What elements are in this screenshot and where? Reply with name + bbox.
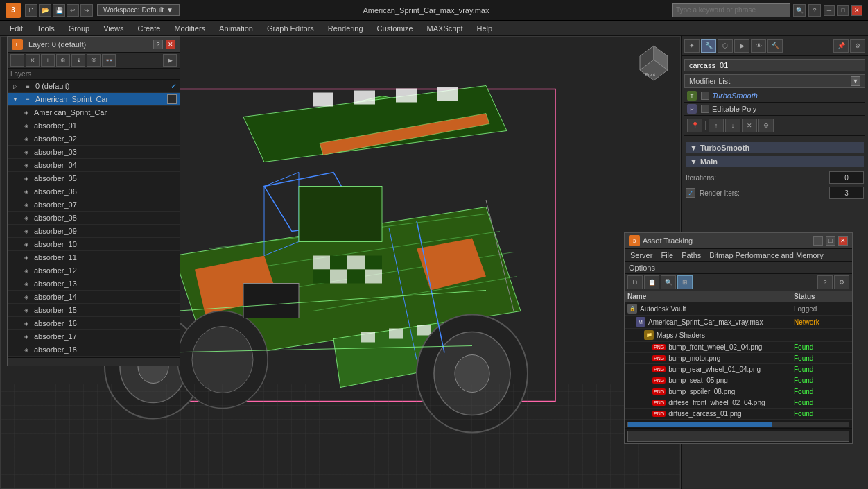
layer-item[interactable]: ◈ absorber_13 [8, 277, 180, 291]
display-icon[interactable]: 👁 [751, 39, 766, 53]
layer-hide-button[interactable]: 👁 [87, 54, 101, 67]
utilities-icon[interactable]: 🔨 [767, 39, 783, 53]
at-close-button[interactable]: ✕ [838, 236, 848, 246]
viewport-cube[interactable]: Front [633, 42, 675, 84]
modifier-poly-checkbox[interactable] [701, 105, 709, 113]
at-btn-5[interactable]: ? [817, 275, 833, 289]
menu-animation[interactable]: Animation [212, 23, 260, 34]
menu-create[interactable]: Create [130, 23, 167, 34]
undo-icon[interactable]: ↩ [67, 4, 79, 17]
open-file-icon[interactable]: 📂 [39, 4, 51, 17]
layer-item[interactable]: ◈ absorber_12 [8, 264, 180, 277]
menu-help[interactable]: Help [470, 23, 500, 34]
layer-item[interactable]: ◈ absorber_05 [8, 172, 180, 185]
modifier-editpoly[interactable]: P Editable Poly [684, 103, 865, 116]
layer-item[interactable]: ◈ absorber_01 [8, 119, 180, 132]
render-iters-input[interactable] [829, 187, 864, 199]
layer-help-button[interactable]: ? [153, 40, 163, 49]
menu-customize[interactable]: Customize [370, 23, 420, 34]
layer-item[interactable]: ◈ absorber_06 [8, 185, 180, 198]
layer-add-button[interactable]: + [41, 54, 55, 67]
modify-icon[interactable]: 🔧 [701, 39, 716, 53]
modifier-list-dropdown[interactable]: ▼ [851, 76, 860, 86]
layer-delete-button[interactable]: ✕ [26, 54, 40, 67]
modifier-turbsmooth[interactable]: T TurboSmooth [684, 89, 865, 103]
mod-delete-button[interactable]: ✕ [742, 119, 757, 132]
at-row-maxfile[interactable]: M American_Sprint_Car_max_vray.max Netwo… [625, 316, 852, 329]
at-maximize-button[interactable]: □ [826, 236, 835, 246]
layer-item[interactable]: ◈ absorber_02 [8, 132, 180, 146]
config-icon[interactable]: ⚙ [850, 39, 865, 53]
at-menu-server[interactable]: Server [627, 250, 655, 260]
layer-scrollbar[interactable] [8, 357, 180, 366]
layer-item[interactable]: ◈ absorber_09 [8, 225, 180, 238]
layer-item[interactable]: ◈ absorber_10 [8, 238, 180, 251]
at-btn-3[interactable]: 🔍 [661, 275, 676, 289]
minimize-button[interactable]: ─ [824, 5, 835, 16]
at-menu-paths[interactable]: Paths [679, 250, 704, 260]
pin-icon[interactable]: 📌 [833, 39, 849, 53]
at-menu-bitmap-perf[interactable]: Bitmap Performance and Memory [706, 250, 826, 260]
help-icon[interactable]: ? [808, 4, 821, 17]
layer-item[interactable]: ◈ absorber_17 [8, 330, 180, 343]
layer-unhide-button[interactable]: 👓 [102, 54, 116, 67]
at-row-png[interactable]: PNG diffese_front_wheel_02_04.png Found [625, 397, 852, 409]
at-btn-2[interactable]: 📋 [644, 275, 659, 289]
search-input[interactable] [672, 3, 790, 17]
iterations-input[interactable] [829, 171, 864, 184]
layer-freeze-button[interactable]: ❄ [56, 54, 70, 67]
at-row-vault[interactable]: 🔒 Autodesk Vault Logged [625, 302, 852, 316]
menu-edit[interactable]: Edit [3, 23, 30, 34]
layer-select-all-button[interactable]: ☰ [10, 54, 24, 67]
layer-item[interactable]: ◈ absorber_08 [8, 212, 180, 225]
mod-up-button[interactable]: ↑ [709, 119, 724, 132]
layer-unfreeze-button[interactable]: 🌡 [71, 54, 85, 67]
menu-views[interactable]: Views [96, 23, 130, 34]
at-row-png[interactable]: PNG bump_seat_05.png Found [625, 375, 852, 386]
menu-rendering[interactable]: Rendering [321, 23, 370, 34]
at-menu-file[interactable]: File [658, 250, 676, 260]
mod-configure-button[interactable]: ⚙ [758, 119, 774, 132]
at-row-maps[interactable]: 📁 Maps / Shaders [625, 329, 852, 342]
render-iters-checkbox[interactable]: ✓ [686, 188, 695, 198]
menu-maxscript[interactable]: MAXScript [420, 23, 470, 34]
menu-tools[interactable]: Tools [30, 23, 62, 34]
mod-pin-button[interactable]: 📍 [687, 119, 702, 132]
at-options[interactable]: Options [625, 262, 852, 274]
layer-item[interactable]: ◈ absorber_16 [8, 317, 180, 330]
menu-graph-editors[interactable]: Graph Editors [260, 23, 321, 34]
layer-item[interactable]: ▼ ≡ American_Sprint_Car [8, 93, 180, 106]
at-row-png[interactable]: PNG diffuse_carcass_01.png Found [625, 409, 852, 420]
layer-item[interactable]: ◈ absorber_15 [8, 304, 180, 317]
layer-list[interactable]: ▷ ≡ 0 (default) ✓ ▼ ≡ American_Sprint_Ca… [8, 80, 180, 357]
layer-item[interactable]: ◈ absorber_14 [8, 291, 180, 304]
layer-item[interactable]: ◈ absorber_04 [8, 159, 180, 172]
layer-item[interactable]: ◈ absorber_07 [8, 198, 180, 212]
new-file-icon[interactable]: 🗋 [25, 4, 37, 17]
create-icon[interactable]: ✦ [684, 39, 700, 53]
motion-icon[interactable]: ▶ [734, 39, 749, 53]
menu-modifiers[interactable]: Modifiers [167, 23, 212, 34]
turbsmooth-collapse-icon[interactable]: ▼ [690, 144, 697, 152]
modifier-turbo-checkbox[interactable] [701, 92, 709, 100]
layer-item[interactable]: ◈ American_Sprint_Car [8, 106, 180, 119]
at-row-png[interactable]: PNG bump_front_wheel_02_04.png Found [625, 342, 852, 353]
at-btn-4[interactable]: ⊞ [677, 275, 693, 289]
main-collapse-icon[interactable]: ▼ [690, 157, 697, 166]
at-btn-6[interactable]: ⚙ [834, 275, 849, 289]
layer-close-button[interactable]: ✕ [166, 40, 175, 49]
redo-icon[interactable]: ↪ [80, 4, 93, 17]
close-button[interactable]: ✕ [851, 5, 862, 16]
at-btn-1[interactable]: 🗋 [627, 275, 643, 289]
save-file-icon[interactable]: 💾 [53, 4, 65, 17]
at-path-input[interactable] [627, 431, 849, 442]
layer-expand-button[interactable]: ▶ [163, 54, 177, 67]
maximize-button[interactable]: □ [837, 5, 849, 16]
search-icon[interactable]: 🔍 [793, 4, 806, 17]
at-row-png[interactable]: PNG bump_rear_wheel_01_04.png Found [625, 364, 852, 375]
modifier-list-header[interactable]: Modifier List ▼ [684, 74, 865, 88]
menu-group[interactable]: Group [62, 23, 97, 34]
layer-item[interactable]: ▷ ≡ 0 (default) ✓ [8, 80, 180, 93]
workspace-button[interactable]: Workspace: Default ▼ [97, 4, 180, 16]
mod-down-button[interactable]: ↓ [725, 119, 740, 132]
